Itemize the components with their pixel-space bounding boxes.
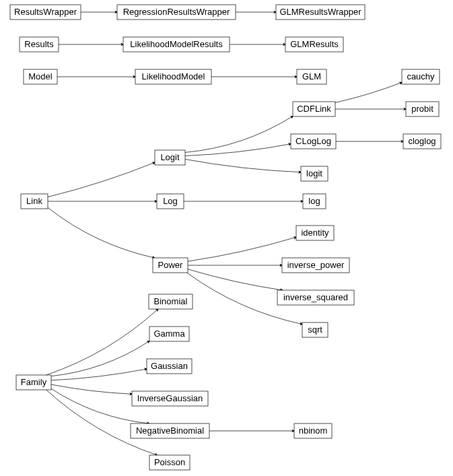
node-label: Log xyxy=(163,196,178,206)
node-label: ResultsWrapper xyxy=(14,7,77,17)
node-Power: Power xyxy=(153,258,188,273)
node-label: log xyxy=(308,196,320,206)
edge-Logit-to-CDFLink xyxy=(185,116,293,153)
node-label: inverse_squared xyxy=(283,292,348,302)
node-label: Link xyxy=(26,196,42,206)
node-label: RegressionResultsWrapper xyxy=(123,7,230,17)
edge-Family-to-Gamma xyxy=(51,341,149,376)
node-ResultsWrapper: ResultsWrapper xyxy=(10,5,81,20)
edge-Logit-to-CLogLog xyxy=(185,144,291,156)
node-Model: Model xyxy=(24,69,57,84)
node-label: Gamma xyxy=(153,329,185,339)
node-LikelihoodModelResults: LikelihoodModelResults xyxy=(123,37,230,52)
node-log: log xyxy=(303,194,326,209)
edge-Family-to-Gaussian xyxy=(51,369,147,380)
node-label: cloglog xyxy=(408,136,435,146)
node-identity: identity xyxy=(296,226,334,240)
node-Logit: Logit xyxy=(155,150,185,165)
node-InverseGaussian: InverseGaussian xyxy=(132,391,208,406)
node-label: InverseGaussian xyxy=(137,393,203,403)
edge-Power-to-inverse_squared xyxy=(188,269,283,290)
node-NegativeBinomial: NegativeBinomial xyxy=(131,423,209,438)
node-logit: logit xyxy=(301,166,328,181)
node-Log: Log xyxy=(157,194,184,209)
node-label: CDFLink xyxy=(297,104,331,114)
node-Binomial: Binomial xyxy=(149,294,193,309)
edge-Logit-to-logit xyxy=(185,160,301,172)
node-Gamma: Gamma xyxy=(149,327,189,341)
node-Results: Results xyxy=(20,37,59,52)
node-label: Power xyxy=(158,260,184,270)
node-label: CLogLog xyxy=(295,136,331,146)
node-label: NegativeBinomial xyxy=(136,426,204,436)
node-Link: Link xyxy=(21,194,48,209)
node-Poisson: Poisson xyxy=(149,455,190,470)
node-GLMResultsWrapper: GLMResultsWrapper xyxy=(276,5,365,20)
node-label: LikelihoodModel xyxy=(142,71,205,81)
node-probit: probit xyxy=(406,102,439,116)
node-label: Family xyxy=(21,377,47,387)
node-label: nbinom xyxy=(299,426,328,436)
node-label: Poisson xyxy=(154,457,185,467)
node-GLMResults: GLMResults xyxy=(285,37,343,52)
node-label: Binomial xyxy=(154,296,188,306)
node-inverse_squared: inverse_squared xyxy=(277,290,354,305)
node-sqrt: sqrt xyxy=(302,322,328,337)
node-label: Logit xyxy=(160,152,180,162)
node-label: inverse_power xyxy=(287,260,345,270)
node-cloglog: cloglog xyxy=(403,134,441,149)
node-Family: Family xyxy=(16,375,51,390)
node-Gaussian: Gaussian xyxy=(147,359,192,374)
node-label: GLM xyxy=(302,71,321,81)
edge-Power-to-identity xyxy=(188,237,296,261)
node-inverse_power: inverse_power xyxy=(282,258,349,273)
node-nbinom: nbinom xyxy=(294,423,332,438)
edge-Link-to-Power xyxy=(48,207,155,258)
node-label: cauchy xyxy=(407,71,435,81)
node-label: LikelihoodModelResults xyxy=(130,39,223,49)
edge-Family-to-InverseGaussian xyxy=(51,384,132,394)
node-label: sqrt xyxy=(308,325,322,335)
node-RegressionResultsWrapper: RegressionResultsWrapper xyxy=(117,5,236,20)
edge-CDFLink-to-cauchy xyxy=(335,82,402,102)
class-hierarchy-diagram: ResultsWrapperRegressionResultsWrapperGL… xyxy=(0,0,453,476)
node-GLM: GLM xyxy=(297,69,326,84)
node-label: identity xyxy=(301,228,329,238)
edge-Link-to-Logit xyxy=(48,162,155,197)
node-LikelihoodModel: LikelihoodModel xyxy=(135,69,211,84)
node-label: Results xyxy=(24,39,54,49)
node-cauchy: cauchy xyxy=(402,69,440,84)
node-CLogLog: CLogLog xyxy=(291,134,336,149)
node-label: GLMResults xyxy=(290,39,339,49)
node-label: GLMResultsWrapper xyxy=(279,7,361,17)
node-CDFLink: CDFLink xyxy=(293,102,335,116)
node-label: Gaussian xyxy=(151,361,188,371)
node-label: logit xyxy=(306,168,322,178)
node-label: probit xyxy=(411,104,433,114)
edge-Family-to-Binomial xyxy=(46,309,158,375)
node-label: Model xyxy=(28,71,53,81)
